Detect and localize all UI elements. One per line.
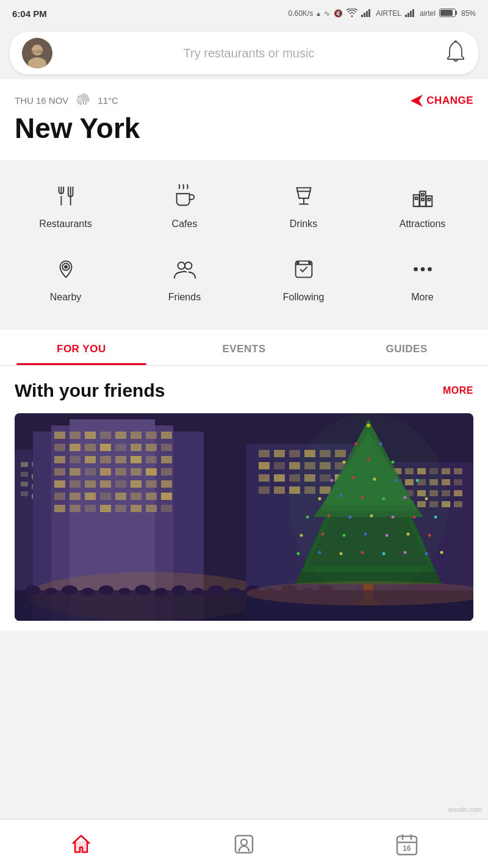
change-location-button[interactable]: CHANGE (411, 95, 473, 107)
svg-rect-35 (422, 198, 424, 200)
svg-point-46 (414, 267, 418, 271)
category-cafes[interactable]: Cafes (136, 172, 234, 241)
location-section: THU 16 NOV 11°C CHANGE Ne (0, 79, 488, 160)
category-restaurants[interactable]: Restaurants (17, 172, 115, 241)
svg-point-18 (84, 96, 90, 103)
date-text: THU 16 NOV (15, 95, 68, 106)
notification-bell-icon[interactable] (445, 40, 466, 67)
svg-rect-5 (407, 13, 409, 17)
category-grid: Restaurants Cafes (0, 160, 488, 325)
svg-rect-0 (361, 15, 363, 17)
wifi-icon (346, 9, 357, 19)
carrier2-label: airtel (420, 9, 436, 18)
svg-rect-22 (85, 103, 87, 105)
svg-rect-4 (405, 15, 407, 17)
battery-percent: 85% (461, 9, 476, 18)
following-label: Following (283, 292, 325, 303)
svg-point-41 (185, 262, 192, 269)
nav-icon: ▴ (317, 9, 320, 18)
attractions-icon (410, 183, 436, 212)
avatar[interactable]: profile (22, 38, 52, 68)
category-following[interactable]: Following (255, 245, 353, 314)
svg-point-44 (297, 262, 299, 264)
svg-rect-34 (422, 193, 424, 196)
nav-search[interactable] (226, 826, 262, 863)
nearby-label: Nearby (50, 292, 82, 303)
network-speed: 0.60K/s (288, 9, 313, 18)
svg-point-45 (309, 262, 310, 264)
signal2-icon (405, 9, 416, 19)
svg-rect-21 (83, 102, 84, 104)
svg-point-17 (76, 97, 82, 103)
section-more-button[interactable]: MORE (443, 385, 473, 396)
category-friends[interactable]: Friends (136, 245, 234, 314)
friends-label: Friends (168, 292, 201, 303)
more-label: More (411, 292, 433, 303)
watermark: wsxdn.com (448, 806, 482, 813)
svg-rect-9 (440, 10, 453, 16)
svg-rect-20 (81, 103, 82, 105)
category-row-2: Nearby Friends (6, 245, 482, 314)
cafes-label: Cafes (172, 219, 198, 230)
svg-text:16: 16 (403, 844, 411, 853)
attractions-label: Attractions (400, 219, 446, 230)
svg-rect-7 (412, 9, 414, 17)
signal-icon (361, 9, 372, 19)
carrier1-label: AIRTEL (376, 9, 401, 18)
nav-calendar[interactable]: 16 (389, 826, 425, 863)
friends-icon (172, 256, 198, 286)
svg-rect-32 (426, 196, 432, 206)
restaurants-icon (53, 183, 79, 212)
status-time: 6:04 PM (12, 9, 47, 19)
category-row-1: Restaurants Cafes (6, 172, 482, 241)
status-bar: 6:04 PM 0.60K/s ▴ ∿ 🔇 AIRTEL (0, 0, 488, 27)
search-bar[interactable]: profile Try restaurants or music (10, 32, 478, 74)
temperature-text: 11°C (98, 95, 118, 106)
tab-for-you[interactable]: FOR YOU (0, 330, 163, 365)
status-right: 0.60K/s ▴ ∿ 🔇 AIRTEL (288, 9, 476, 19)
svg-rect-6 (410, 11, 412, 17)
svg-rect-3 (368, 9, 370, 17)
tabs-bar: FOR YOU EVENTS GUIDES (0, 330, 488, 366)
section-title: With your friends (15, 380, 165, 401)
bluetooth-icon: ∿ (324, 9, 330, 18)
location-date-row: THU 16 NOV 11°C CHANGE (15, 93, 473, 108)
battery-icon (439, 9, 458, 19)
svg-point-47 (420, 267, 425, 271)
category-drinks[interactable]: Drinks (255, 172, 353, 241)
following-icon (291, 256, 317, 286)
change-label: CHANGE (426, 95, 473, 107)
more-icon (410, 256, 436, 286)
svg-point-48 (428, 267, 432, 271)
nearby-icon (53, 256, 79, 286)
tab-events[interactable]: EVENTS (163, 330, 326, 365)
svg-rect-1 (364, 13, 365, 17)
category-more[interactable]: More (374, 245, 472, 314)
svg-point-40 (178, 262, 184, 269)
drinks-label: Drinks (290, 219, 317, 230)
category-nearby[interactable]: Nearby (17, 245, 115, 314)
svg-rect-244 (15, 413, 473, 621)
nav-home[interactable] (63, 826, 99, 863)
bottom-nav: 16 (0, 819, 488, 868)
content-section: With your friends MORE (0, 366, 488, 631)
restaurants-label: Restaurants (39, 219, 92, 230)
search-placeholder[interactable]: Try restaurants or music (52, 46, 445, 60)
svg-point-39 (65, 266, 67, 268)
svg-rect-2 (366, 11, 368, 17)
city-name: New York (15, 113, 473, 144)
drinks-icon (291, 183, 317, 212)
cafes-icon (172, 183, 198, 212)
category-attractions[interactable]: Attractions (374, 172, 472, 241)
svg-rect-245 (235, 836, 253, 853)
tab-guides[interactable]: GUIDES (325, 330, 488, 365)
svg-text:profile: profile (30, 49, 44, 54)
section-header: With your friends MORE (15, 380, 473, 401)
svg-rect-36 (428, 198, 430, 200)
svg-point-246 (241, 839, 247, 845)
svg-rect-33 (415, 197, 417, 200)
svg-rect-19 (78, 102, 79, 104)
silent-icon: 🔇 (334, 9, 343, 18)
featured-image[interactable] (15, 413, 473, 621)
location-date: THU 16 NOV 11°C (15, 93, 118, 108)
